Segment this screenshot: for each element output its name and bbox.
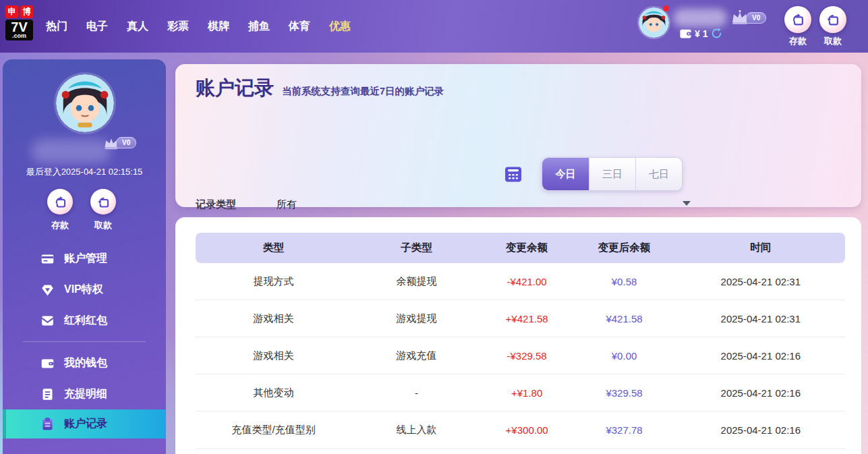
site-logo[interactable]: 申 博 7V .com [5, 5, 42, 40]
cell-change-amount: +¥421.58 [482, 313, 573, 324]
sidebar-deposit-button[interactable] [47, 189, 73, 215]
range-button-3days[interactable]: 三日 [589, 158, 635, 190]
cell-subtype: 余额提现 [351, 275, 482, 288]
sidebar-user-avatar[interactable] [56, 74, 114, 132]
logo-main-text: 7V [5, 20, 33, 34]
sidebar-item-label: 我的钱包 [64, 356, 107, 370]
cell-type: 游戏相关 [196, 312, 351, 325]
cell-after-balance: ¥421.58 [573, 313, 676, 324]
cell-time: 2025-04-21 02:16 [676, 424, 845, 436]
cell-after-balance: ¥0.58 [573, 276, 676, 287]
user-avatar[interactable] [639, 7, 669, 38]
nav-item-boardgames[interactable]: 棋牌 [208, 20, 229, 34]
sidebar-item-bonus[interactable]: 红利红包 [3, 305, 166, 336]
vip-crown-badge[interactable]: V0 [730, 9, 766, 26]
cell-subtype: 游戏提现 [351, 312, 482, 325]
last-login-text: 最后登入2025-04-21 02:15:15 [3, 166, 166, 178]
main-nav-menu: 热门 电子 真人 彩票 棋牌 捕鱼 体育 优惠 [43, 0, 351, 53]
sidebar-item-transaction-details[interactable]: 充提明细 [3, 378, 166, 409]
sidebar-deposit-label[interactable]: 存款 [40, 219, 80, 231]
col-header-after: 变更后余额 [573, 241, 676, 255]
sidebar-divider [23, 341, 146, 342]
range-button-today[interactable]: 今日 [542, 158, 589, 190]
cell-after-balance: ¥327.78 [573, 424, 676, 436]
chevron-down-icon[interactable] [683, 201, 691, 206]
sidebar-item-label: 账户管理 [64, 252, 107, 266]
bank-card-icon [40, 252, 55, 266]
cell-change-amount: -¥421.00 [482, 276, 573, 287]
cell-type: 充值类型/充值型别 [196, 424, 351, 436]
sidebar-item-account-management[interactable]: 账户管理 [3, 243, 166, 274]
cell-time: 2025-04-21 02:31 [676, 313, 845, 324]
sidebar-item-account-records[interactable]: 账户记录 [3, 409, 166, 438]
nav-item-sports[interactable]: 体育 [289, 20, 310, 34]
cell-after-balance: ¥329.58 [573, 387, 676, 399]
table-row: 提现方式 余额提现 -¥421.00 ¥0.58 2025-04-21 02:3… [196, 263, 845, 300]
red-packet-icon [40, 314, 55, 328]
page-title: 账户记录 [196, 75, 274, 102]
nav-item-fishing[interactable]: 捕鱼 [248, 20, 270, 34]
nav-item-live[interactable]: 真人 [127, 20, 148, 34]
cell-type: 游戏相关 [196, 349, 351, 362]
nav-item-promotions[interactable]: 优惠 [329, 20, 351, 34]
records-icon [40, 417, 55, 431]
table-row: 游戏相关 游戏提现 +¥421.58 ¥421.58 2025-04-21 02… [196, 300, 845, 337]
date-range-quick-buttons: 今日 三日 七日 [542, 157, 683, 191]
vip-level-badge: V0 [116, 137, 136, 148]
record-type-select[interactable]: 所有 [277, 198, 297, 211]
logo-suffix: .com [5, 33, 33, 39]
page: 申 博 7V .com 热门 电子 真人 彩票 棋牌 捕鱼 体育 优惠 [0, 0, 868, 454]
col-header-change: 变更余额 [482, 241, 573, 255]
cell-subtype: - [351, 387, 482, 399]
wallet-icon [680, 29, 691, 38]
record-type-label: 记录类型 [196, 198, 236, 211]
statement-icon [40, 387, 55, 401]
username-blurred [673, 9, 727, 27]
cell-time: 2025-04-21 02:31 [676, 276, 845, 287]
col-header-type: 类型 [196, 241, 351, 255]
wallet-icon [40, 356, 55, 370]
withdraw-icon [96, 195, 111, 209]
vip-gem-icon [40, 283, 55, 297]
deposit-label[interactable]: 存款 [778, 35, 818, 47]
cell-subtype: 游戏充值 [351, 349, 482, 362]
wallet-amount: ¥ 1 [695, 28, 707, 39]
sidebar-item-vip[interactable]: VIP特权 [3, 274, 166, 305]
deposit-icon [53, 195, 67, 209]
nav-item-slots[interactable]: 电子 [86, 20, 108, 34]
refresh-icon[interactable] [711, 28, 722, 39]
sidebar-vip-badge[interactable]: V0 [103, 136, 136, 150]
sidebar-withdraw-button[interactable] [90, 189, 116, 215]
deposit-button[interactable] [784, 6, 811, 33]
table-header-row: 类型 子类型 变更余额 变更后余额 时间 [196, 233, 845, 263]
withdraw-label[interactable]: 取款 [813, 35, 853, 47]
cell-change-amount: -¥329.58 [482, 350, 573, 362]
sidebar-item-label: 充提明细 [64, 387, 107, 401]
cell-subtype: 线上入款 [351, 424, 482, 436]
sidebar-item-my-wallet[interactable]: 我的钱包 [3, 347, 166, 378]
wallet-balance-row: ¥ 1 [680, 28, 722, 39]
sidebar: V0 最后登入2025-04-21 02:15:15 存款 取款 [3, 59, 166, 454]
col-header-time: 时间 [676, 241, 845, 255]
withdraw-button[interactable] [819, 6, 846, 33]
sidebar-withdraw-label[interactable]: 取款 [83, 219, 123, 231]
nav-item-lottery[interactable]: 彩票 [167, 20, 189, 34]
notification-dot [663, 5, 669, 11]
sidebar-item-label: 红利红包 [64, 314, 107, 328]
table-row: 游戏相关 游戏充值 -¥329.58 ¥0.00 2025-04-21 02:1… [196, 337, 845, 374]
logo-char: 申 [5, 5, 18, 18]
nav-item-hot[interactable]: 热门 [46, 20, 67, 34]
logo-char: 博 [20, 5, 33, 18]
page-subtitle: 当前系统支持查询最近7日的账户记录 [282, 85, 444, 98]
sidebar-item-label: 账户记录 [64, 417, 107, 431]
cell-type: 其他变动 [196, 387, 351, 399]
username-blurred [31, 139, 111, 163]
sidebar-item-label: VIP特权 [64, 283, 103, 297]
cell-change-amount: +¥1.80 [482, 387, 573, 399]
cell-type: 提现方式 [196, 275, 351, 288]
calendar-icon[interactable] [504, 165, 522, 183]
avatar-image [639, 7, 669, 38]
records-filter-panel: 账户记录 当前系统支持查询最近7日的账户记录 记录类型 所有 交易日期 2025… [175, 64, 861, 207]
range-button-7days[interactable]: 七日 [635, 158, 682, 190]
records-table-panel: 类型 子类型 变更余额 变更后余额 时间 提现方式 余额提现 -¥421.00 … [175, 217, 861, 454]
